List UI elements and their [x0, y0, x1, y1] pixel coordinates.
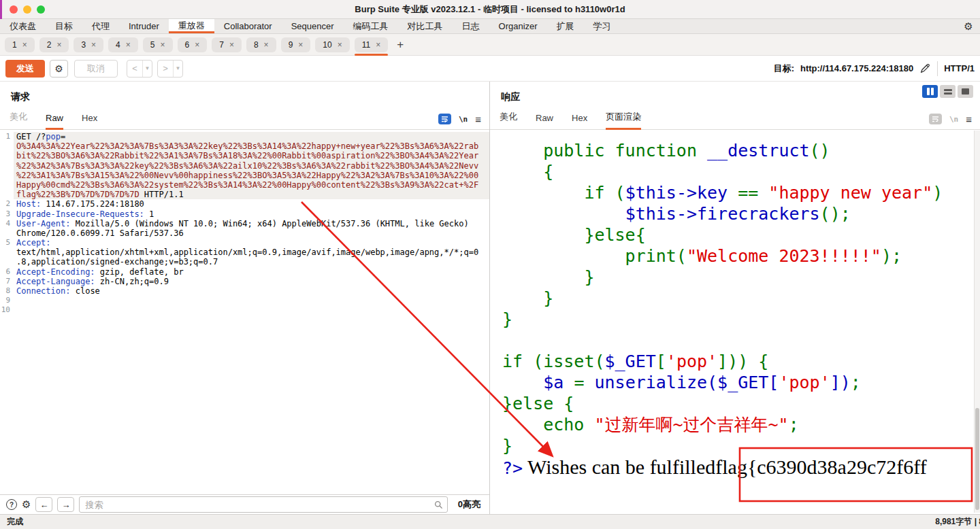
settings-gear-icon[interactable]: ⚙ — [957, 19, 980, 33]
search-previous-button[interactable]: ← — [35, 497, 52, 512]
search-next-button[interactable]: → — [57, 497, 74, 512]
editor-menu-icon[interactable]: ≡ — [475, 114, 481, 124]
response-panel-title: 响应 — [501, 91, 520, 103]
tab-close-icon[interactable]: × — [229, 40, 234, 50]
menu-item-6[interactable]: Sequencer — [282, 19, 344, 33]
repeater-tab-2[interactable]: 2× — [39, 37, 69, 52]
menu-item-8[interactable]: 对比工具 — [398, 19, 453, 33]
tab-label: 2 — [47, 40, 52, 50]
search-input[interactable] — [79, 496, 447, 513]
search-settings-gear-icon[interactable]: ⚙ — [22, 498, 31, 511]
scrollbar-thumb[interactable] — [975, 408, 979, 510]
menu-item-4[interactable]: 重放器 — [169, 19, 214, 33]
history-back-button[interactable]: < ▼ — [127, 60, 152, 78]
tab-close-icon[interactable]: × — [195, 40, 199, 50]
forward-arrow-icon[interactable]: > — [158, 61, 173, 77]
response-subtab-list: 美化RawHex页面渲染 — [500, 107, 641, 129]
http-version-selector[interactable]: HTTP/1 — [944, 63, 975, 73]
menu-item-0[interactable]: 仪表盘 — [0, 19, 46, 33]
soft-wrap-toggle-icon[interactable] — [929, 114, 942, 124]
tab-close-icon[interactable]: × — [22, 40, 27, 50]
request-panel-title: 请求 — [11, 91, 30, 103]
response-code-line-10 — [502, 330, 974, 351]
request-subtab-Hex[interactable]: Hex — [82, 113, 97, 130]
response-code-line-12: $a = unserialize($_GET['pop']); — [502, 372, 974, 393]
line-text: bit%22%3BO%3A6%3A%22Rabbit%22%3A1%3A%7Bs… — [14, 151, 489, 160]
line-text — [14, 296, 489, 305]
line-text: Connection: close — [14, 286, 489, 296]
menu-item-10[interactable]: Organizer — [489, 19, 547, 33]
show-newlines-toggle-icon[interactable]: \n — [949, 115, 958, 124]
response-scrollbar[interactable] — [974, 131, 980, 513]
response-subtab-Hex[interactable]: Hex — [572, 113, 587, 130]
cancel-button[interactable]: 取消 — [74, 60, 118, 78]
layout-single-icon[interactable] — [958, 85, 973, 98]
menu-item-3[interactable]: Intruder — [119, 19, 169, 33]
tab-close-icon[interactable]: × — [264, 40, 269, 50]
soft-wrap-toggle-icon[interactable] — [438, 114, 451, 124]
menu-item-7[interactable]: 编码工具 — [344, 19, 398, 33]
tab-close-icon[interactable]: × — [91, 40, 96, 50]
repeater-tab-5[interactable]: 5× — [143, 37, 173, 52]
tab-label: 11 — [362, 40, 370, 50]
line-number: 2 — [0, 199, 14, 209]
help-icon[interactable]: ? — [6, 499, 17, 510]
request-line-8: 8Connection: close — [0, 286, 489, 296]
repeater-tab-8[interactable]: 8× — [246, 37, 276, 52]
request-editor[interactable]: 1GET /?pop=O%3A4%3A%22Year%22%3A2%3A%7Bs… — [0, 131, 489, 494]
repeater-tab-7[interactable]: 7× — [212, 37, 242, 52]
target-url: http://114.67.175.224:18180 — [800, 63, 913, 73]
repeater-tab-10[interactable]: 10× — [315, 37, 349, 52]
repeater-tab-3[interactable]: 3× — [74, 37, 103, 52]
line-number: 8 — [0, 286, 14, 296]
send-settings-gear-icon[interactable]: ⚙ — [50, 60, 68, 78]
repeater-tab-4[interactable]: 4× — [108, 37, 138, 52]
layout-rows-icon[interactable] — [940, 85, 956, 98]
response-code-line-5: }else{ — [502, 224, 974, 245]
tab-close-icon[interactable]: × — [298, 40, 303, 50]
tab-close-icon[interactable]: × — [161, 40, 165, 50]
request-subtab-Raw[interactable]: Raw — [46, 113, 63, 130]
repeater-tab-6[interactable]: 6× — [178, 37, 208, 52]
line-text: %22%3A2%3A%7Bs%3A3%3A%22key%22%3Bs%3A6%3… — [14, 161, 489, 171]
request-line-7: 7Accept-Language: zh-CN,zh;q=0.9 — [0, 277, 489, 286]
menu-item-1[interactable]: 目标 — [46, 19, 82, 33]
menu-item-2[interactable]: 代理 — [82, 19, 119, 33]
editor-menu-icon[interactable]: ≡ — [966, 114, 972, 124]
menu-item-5[interactable]: Collaborator — [214, 19, 282, 33]
repeater-toolbar: 发送 ⚙ 取消 < ▼ > ▼ 目标: http://114.67.175.22… — [0, 56, 980, 82]
request-search-bar: ? ⚙ ← → 0高亮 — [0, 494, 489, 514]
edit-target-pencil-icon[interactable] — [919, 63, 931, 74]
request-line-4: 4User-Agent: Mozilla/5.0 (Windows NT 10.… — [0, 219, 489, 228]
menu-item-12[interactable]: 学习 — [584, 19, 621, 33]
menu-item-11[interactable]: 扩展 — [547, 19, 584, 33]
response-subtab-美化[interactable]: 美化 — [500, 111, 517, 130]
window-title: Burp Suite 专业版 v2023.12.1 - 临时项目 - licen… — [0, 0, 980, 19]
line-number — [0, 161, 14, 171]
tab-close-icon[interactable]: × — [56, 40, 61, 50]
layout-columns-icon[interactable] — [922, 85, 938, 98]
response-subtab-Raw[interactable]: Raw — [536, 113, 553, 130]
repeater-tab-11[interactable]: 11× — [355, 37, 388, 52]
request-subtab-美化[interactable]: 美化 — [10, 111, 27, 130]
send-button[interactable]: 发送 — [5, 60, 45, 78]
back-dropdown-caret-icon[interactable]: ▼ — [142, 61, 152, 77]
menu-item-9[interactable]: 日志 — [453, 19, 489, 33]
request-line-1-wrap6: flag%22%3B%7D%7D%7D%7D%7D HTTP/1.1 — [0, 190, 489, 199]
tab-close-icon[interactable]: × — [376, 40, 380, 50]
repeater-tab-9[interactable]: 9× — [281, 37, 311, 52]
add-tab-button[interactable]: + — [393, 38, 408, 52]
history-forward-button[interactable]: > ▼ — [157, 60, 183, 78]
response-code-line-4: $this->firecrackers(); — [502, 203, 974, 224]
back-arrow-icon[interactable]: < — [127, 61, 142, 77]
show-newlines-toggle-icon[interactable]: \n — [459, 115, 468, 124]
response-subtab-页面渲染[interactable]: 页面渲染 — [606, 111, 641, 130]
line-number: 9 — [0, 296, 14, 305]
tab-close-icon[interactable]: × — [338, 40, 342, 50]
response-code-line-8: } — [502, 288, 974, 309]
line-text — [14, 305, 489, 315]
tab-close-icon[interactable]: × — [126, 40, 131, 50]
request-line-1-wrap5: Happy%00cmd%22%3Bs%3A6%3A%22system%22%3B… — [0, 180, 489, 190]
repeater-tab-1[interactable]: 1× — [5, 37, 35, 52]
forward-dropdown-caret-icon[interactable]: ▼ — [173, 61, 182, 77]
